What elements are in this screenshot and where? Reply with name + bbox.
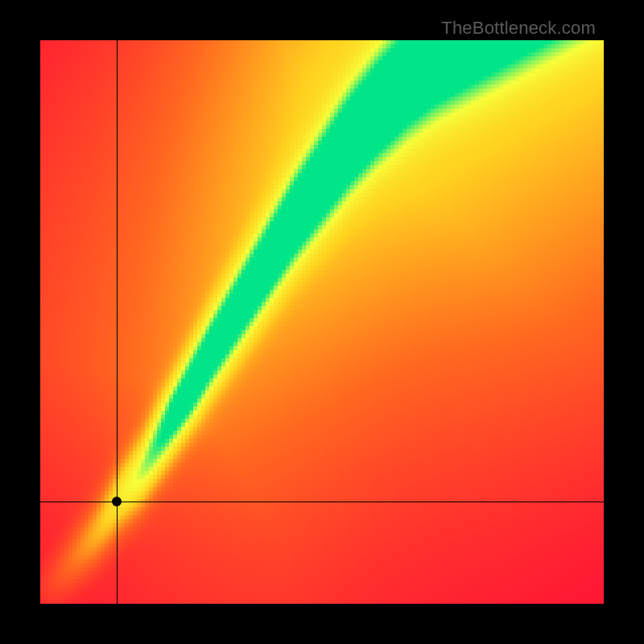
heatmap-canvas	[40, 40, 604, 604]
outer-frame: TheBottleneck.com	[0, 0, 644, 644]
heatmap-plot	[40, 40, 604, 604]
watermark-text: TheBottleneck.com	[441, 18, 596, 39]
